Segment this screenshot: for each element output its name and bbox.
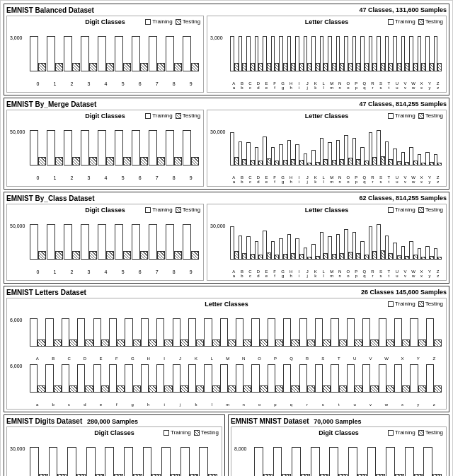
- bymerge-digit-bars: [30, 129, 199, 175]
- bar-group-N: [336, 36, 345, 71]
- x-label-letters-upper-I: I: [156, 356, 171, 361]
- section-emnist-mnist: EMNIST MNIST Dataset 70,000 Samples Digi…: [228, 414, 449, 476]
- section-bymerge-info: 47 Classes, 814,255 Samples: [359, 100, 447, 108]
- section-bymerge: EMNIST By_Merge Dataset 47 Classes, 814,…: [4, 98, 449, 190]
- test-bar-6: [140, 157, 149, 166]
- train-bar-upper-N: [236, 318, 243, 347]
- x-label-lower-w: w: [410, 274, 418, 278]
- bar-group-0: [254, 447, 273, 476]
- x-label-lower-a: a: [230, 274, 238, 278]
- bar-group-upper-O: [251, 318, 267, 347]
- train-bar-4: [98, 224, 106, 260]
- test-bar-upper-G: [133, 339, 141, 347]
- balanced-digit-legend: Training Testing: [145, 18, 200, 25]
- bc-test: [176, 207, 181, 213]
- x-label-letters-upper-L: L: [205, 356, 219, 361]
- x-label-lower-o: o: [345, 180, 352, 184]
- x-label-lower-o: o: [345, 86, 352, 90]
- bar-group-upper-Z: [426, 318, 442, 347]
- letters-lower-bars: [30, 364, 442, 402]
- x-label-lower-l: l: [320, 86, 328, 90]
- bar-group-C: [246, 36, 255, 71]
- train-bar-3: [311, 447, 320, 476]
- train-bar-5: [115, 36, 123, 71]
- train-bar-lower-w: [379, 364, 386, 393]
- bar-group-A: [230, 226, 239, 260]
- byclass-letter-ylabel: 30,000: [210, 224, 225, 228]
- bar-group-O: [344, 36, 352, 71]
- x-label-lower-a: a: [230, 180, 238, 184]
- bar-group-upper-S: [315, 318, 331, 347]
- bar-group-5: [115, 224, 131, 260]
- test-bar-upper-L: [212, 339, 220, 347]
- bar-group-K: [311, 150, 320, 166]
- mnist-title: EMNIST MNIST Dataset: [231, 417, 309, 425]
- x-label-6: 6: [132, 175, 148, 180]
- lt-test-lbl: Testing: [425, 301, 443, 307]
- bar-group-6: [132, 224, 148, 260]
- bar-group-S: [377, 36, 385, 71]
- x-label-2: 2: [64, 81, 80, 86]
- bar-group-M: [328, 36, 336, 71]
- lm-test: [418, 113, 424, 119]
- bar-group-T: [385, 236, 394, 260]
- bar-group-lower-h: [141, 364, 156, 393]
- section-letters-header: EMNIST Letters Dataset 26 Classes 145,60…: [6, 289, 447, 296]
- x-label-lower-j: j: [304, 274, 311, 278]
- bar-group-upper-W: [379, 318, 394, 347]
- balanced-letter-legend: Training Testing: [388, 18, 443, 25]
- x-label-letters-lower-v: v: [363, 402, 378, 407]
- bar-group-E: [263, 137, 271, 166]
- bar-group-4: [105, 447, 123, 476]
- train-bar-2: [292, 447, 301, 476]
- bar-group-7: [149, 36, 165, 71]
- x-label-lower-u: u: [394, 274, 401, 278]
- balanced-digit-area: 3,000: [10, 35, 200, 81]
- x-label-letters-lower-j: j: [173, 402, 188, 407]
- train-bar-upper-A: [30, 318, 38, 347]
- x-label-letters-lower-t: t: [331, 402, 346, 407]
- bar-group-upper-I: [156, 318, 172, 347]
- x-label-letters-upper-E: E: [93, 356, 108, 361]
- x-label-letters-lower-p: p: [268, 402, 282, 407]
- x-label-letters-upper-T: T: [331, 356, 346, 361]
- bar-group-upper-J: [173, 318, 188, 347]
- digits-info: 280,000 Samples: [87, 418, 138, 425]
- train-bar-lower-s: [315, 364, 323, 393]
- x-label-lower-k: k: [311, 86, 319, 90]
- test-bar-9: [191, 63, 200, 71]
- x-label-letters-lower-c: c: [62, 402, 76, 407]
- test-bar-upper-H: [149, 339, 156, 347]
- x-label-letters-upper-V: V: [363, 356, 378, 361]
- train-bar-6: [367, 447, 377, 476]
- x-label-1: 1: [47, 269, 63, 274]
- bar-group-H: [287, 234, 296, 260]
- test-bar-8: [174, 63, 183, 71]
- bcl-test-lbl: Testing: [425, 207, 443, 213]
- x-label-3: 3: [81, 81, 97, 86]
- bar-group-lower-z: [426, 364, 442, 393]
- bar-group-6: [367, 447, 386, 476]
- x-label-lower-u: u: [394, 180, 401, 184]
- train-bar-9: [183, 36, 191, 71]
- x-label-6: 6: [132, 81, 148, 86]
- train-bar-1: [273, 447, 282, 476]
- bar-group-lower-d: [77, 364, 93, 393]
- section-bymerge-header: EMNIST By_Merge Dataset 47 Classes, 814,…: [6, 100, 447, 108]
- x-label-lower-h: h: [287, 180, 295, 184]
- test-bar-9: [191, 251, 200, 260]
- train-bar-8: [166, 36, 174, 71]
- bar-group-G: [279, 144, 287, 166]
- train-bar-upper-W: [379, 318, 386, 347]
- balanced-digit-chart: Digit Classes Training Testing 3,000: [6, 16, 204, 93]
- train-bar-lower-i: [156, 364, 164, 393]
- x-label-1: 1: [47, 175, 63, 180]
- x-label-lower-p: p: [352, 274, 360, 278]
- x-label-lower-w: w: [410, 86, 418, 90]
- bar-group-lower-a: [30, 364, 45, 393]
- bar-group-P: [352, 36, 361, 71]
- bar-group-B: [239, 141, 247, 166]
- bar-group-4: [98, 224, 114, 260]
- x-label-lower-o: o: [345, 274, 352, 278]
- test-bar-upper-Z: [434, 339, 442, 347]
